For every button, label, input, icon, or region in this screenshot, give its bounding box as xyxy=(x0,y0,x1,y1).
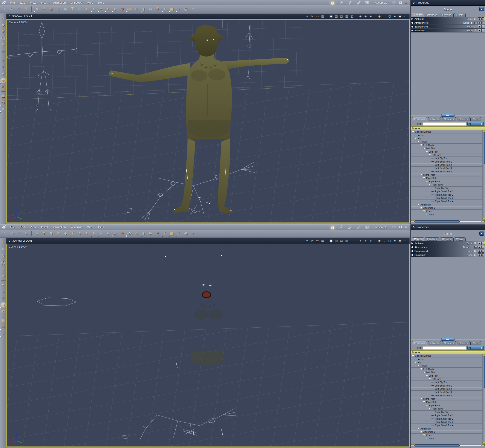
insert-metaball-icon[interactable]: ∗ xyxy=(112,6,118,12)
tree-node[interactable]: Right Shin xyxy=(411,400,482,404)
tree-node[interactable]: Hip xyxy=(411,137,482,140)
save-preset-button[interactable]: ▣ xyxy=(478,29,481,32)
save-preset-button[interactable]: ▣ xyxy=(478,250,481,253)
chevron-down-icon[interactable] xyxy=(474,250,476,252)
tree-node[interactable]: Right Thigh xyxy=(411,173,482,176)
menu-item[interactable]: Edit xyxy=(17,1,27,4)
scale-tool-icon[interactable]: ◯ xyxy=(0,35,7,41)
effect-row[interactable]: Backdrop: None ▣ ↥ xyxy=(411,29,485,32)
textured-mode-icon[interactable]: ◐ xyxy=(403,239,407,243)
horizontal-scroll-track[interactable] xyxy=(460,445,481,446)
load-preset-button[interactable]: ↥ xyxy=(481,250,484,253)
viewport-header-icon[interactable] xyxy=(355,239,358,243)
pen-edit-tool-icon[interactable]: ✎ xyxy=(23,231,29,237)
layout-four-pane-icon[interactable]: ▥ xyxy=(344,239,349,243)
menu-item[interactable]: Help xyxy=(96,225,107,229)
expander-icon[interactable] xyxy=(412,355,414,357)
tree-node[interactable]: Right Small Toe 2 xyxy=(411,193,482,196)
chevron-down-icon[interactable] xyxy=(474,29,476,32)
zoom-tool-icon[interactable]: ○ xyxy=(0,106,7,112)
expander-icon[interactable] xyxy=(429,154,431,156)
assemble-room-hand-icon[interactable] xyxy=(330,0,335,5)
tree-node[interactable]: Right Toes xyxy=(411,407,482,410)
eyedropper-tool-icon[interactable]: ✎ xyxy=(0,41,7,48)
zoom-tool-icon[interactable]: ○ xyxy=(0,330,7,337)
tree-node[interactable]: Neck xyxy=(411,437,482,440)
browser-tab[interactable]: Shaders xyxy=(442,341,456,345)
insert-cloud-icon[interactable]: ≈ xyxy=(98,6,104,12)
chevron-down-icon[interactable] xyxy=(470,22,473,24)
save-preset-button[interactable]: ▣ xyxy=(478,21,481,24)
insert-particle-emitter-icon[interactable]: ∴ xyxy=(77,6,83,12)
expander-icon[interactable] xyxy=(426,181,428,182)
horizontal-scroll-thumb[interactable] xyxy=(414,444,460,447)
texture-room-brush-icon[interactable] xyxy=(356,225,361,229)
tree-node[interactable]: Right Small Toe 3 xyxy=(411,420,482,424)
browser-tab[interactable]: Shaders xyxy=(442,117,456,121)
layout-three-pane-icon[interactable]: ▤ xyxy=(339,14,344,18)
eyedropper-tool-icon[interactable]: ✎ xyxy=(0,266,7,272)
expander-icon[interactable] xyxy=(420,174,422,176)
layout-four-pane-icon[interactable]: ▥ xyxy=(344,14,349,18)
tree-node[interactable]: Abdomen xyxy=(411,427,482,430)
tool-button[interactable] xyxy=(0,315,7,317)
menu-item[interactable]: Windows xyxy=(68,1,85,4)
tree-node[interactable]: Actor xyxy=(411,134,482,137)
pan-xz-tool-icon[interactable]: + xyxy=(0,281,7,288)
properties-tab[interactable]: Physics xyxy=(440,237,453,241)
snapshot-camera-tool-icon[interactable]: ▣ xyxy=(0,317,7,324)
scale-tool-icon[interactable]: ◯ xyxy=(0,259,7,266)
expander-icon[interactable] xyxy=(426,438,428,439)
scroll-down-cap[interactable] xyxy=(483,218,485,220)
effects-scrollbar[interactable] xyxy=(484,241,485,245)
insert-bone-icon[interactable]: ς xyxy=(55,6,62,12)
expander-icon[interactable] xyxy=(423,401,425,403)
shade-smooth-shield-icon[interactable]: ◈ xyxy=(368,14,373,18)
viewport-header-icon[interactable] xyxy=(326,14,328,18)
find-input[interactable] xyxy=(423,122,466,126)
storyboard-room-pen-icon[interactable] xyxy=(347,0,353,5)
menu-item[interactable]: Animation xyxy=(51,1,68,4)
insert-globe-icon[interactable]: ⊕ xyxy=(48,231,54,237)
tree-node[interactable]: Left Small Toe 4 xyxy=(411,170,482,173)
vertical-scrollbar[interactable] xyxy=(482,354,485,444)
move-tool-icon[interactable]: ◆ xyxy=(0,22,7,28)
expander-icon[interactable] xyxy=(415,138,417,139)
bounding-box-mode-icon[interactable]: ◌ xyxy=(382,14,387,18)
storyboard-room-pen-icon[interactable] xyxy=(347,225,353,229)
camera-link-icon[interactable]: ⋈ xyxy=(310,14,315,18)
menu-item[interactable]: Web xyxy=(85,225,96,229)
splitter-handle[interactable] xyxy=(441,338,455,341)
camera-corner-tool-icon[interactable]: ◰ xyxy=(0,308,7,315)
bone-pose-tool-icon[interactable]: ς xyxy=(2,6,8,12)
viewport-header-icon[interactable] xyxy=(326,239,328,243)
viewport-3d[interactable]: Camera 1 100% xyxy=(7,244,410,447)
camera-dolly-tool-icon[interactable]: ⊕ xyxy=(0,77,7,84)
pan-yz-tool-icon[interactable]: + xyxy=(0,295,7,301)
menu-item[interactable]: Help xyxy=(96,1,107,4)
assemble-room-hand-icon[interactable] xyxy=(330,225,335,229)
tree-node[interactable]: Left Small Toe 4 xyxy=(411,394,482,397)
insert-cone-icon[interactable]: ◆ xyxy=(62,6,69,12)
scroll-left-cap[interactable] xyxy=(411,220,414,222)
shade-smooth-shield-icon[interactable]: ◈ xyxy=(368,239,373,243)
tree-node[interactable]: Genesis 2 Male xyxy=(411,354,482,358)
insert-target-icon[interactable]: ◎ xyxy=(183,6,189,12)
find-input[interactable] xyxy=(423,346,466,350)
expander-icon[interactable] xyxy=(429,408,431,409)
expander-icon[interactable] xyxy=(415,362,417,363)
creature-figure[interactable] xyxy=(147,255,252,441)
insert-scene-icon[interactable]: ⌂ xyxy=(133,6,140,12)
menu-item[interactable]: Animation xyxy=(51,225,68,229)
effects-scrollbar[interactable] xyxy=(484,17,485,20)
preview-quality-icon[interactable]: ∗ xyxy=(305,239,309,243)
maximize-icon[interactable] xyxy=(399,1,402,4)
flat-shade-mode-icon[interactable]: ■ xyxy=(393,14,397,18)
expander-icon[interactable] xyxy=(423,210,425,212)
expander-icon[interactable] xyxy=(426,405,428,406)
model-room-wrench-icon[interactable] xyxy=(338,0,344,5)
tree-node[interactable]: Right Small Toe 4 xyxy=(411,200,482,203)
layout-custom-icon[interactable]: ◰ xyxy=(350,239,354,243)
load-preset-button[interactable]: ↥ xyxy=(481,25,484,28)
menu-item[interactable]: Windows xyxy=(68,225,85,229)
